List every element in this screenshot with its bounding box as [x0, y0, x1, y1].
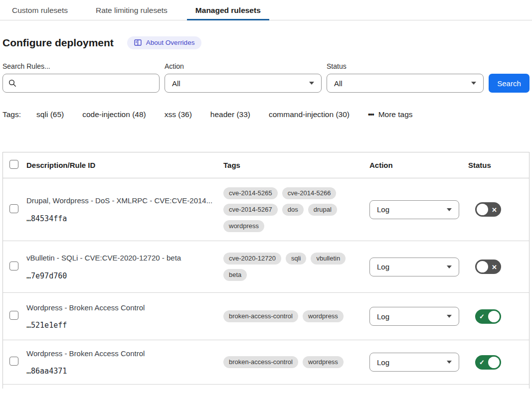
tag-filter[interactable]: code-injection (48) — [82, 110, 146, 119]
select-all-checkbox[interactable] — [9, 160, 18, 169]
chevron-down-icon — [471, 82, 476, 85]
rule-tag-pill: broken-access-control — [223, 310, 298, 322]
action-filter-field: Action All — [165, 62, 322, 93]
search-icon — [8, 79, 16, 87]
toggle-state-icon: ✓ — [479, 313, 485, 320]
tag-filter[interactable]: sqli (65) — [36, 110, 64, 119]
tag-filter[interactable]: xss (36) — [165, 110, 192, 119]
rule-tag-pill: cve-2014-5267 — [223, 204, 278, 216]
row-action-cell: Log — [369, 258, 468, 276]
column-header-description: Description/Rule ID — [26, 161, 223, 169]
ruleset-tab-bar: Custom rulesetsRate limiting rulesetsMan… — [0, 0, 532, 20]
rule-description: Drupal, Wordpress - DoS - XMLRPC - CVE:C… — [26, 196, 213, 206]
row-tags-cell: cve-2014-5265cve-2014-5266cve-2014-5267d… — [223, 187, 369, 232]
row-action-value: Log — [377, 263, 389, 271]
rule-tag-pill: drupal — [308, 204, 337, 216]
row-checkbox[interactable] — [9, 311, 18, 320]
row-action-select[interactable]: Log — [369, 258, 459, 276]
rules-table: Description/Rule ID Tags Action Status D… — [2, 152, 530, 389]
rule-tag-pill: wordpress — [223, 220, 264, 232]
row-status-cell: ✕ — [468, 202, 529, 217]
row-action-cell: Log — [369, 307, 468, 326]
row-checkbox-cell — [3, 311, 26, 322]
table-row: vBulletin - SQLi - CVE:CVE-2020-12720 - … — [3, 241, 529, 293]
toggle-state-icon: ✕ — [492, 206, 497, 213]
table-body: Drupal, Wordpress - DoS - XMLRPC - CVE:C… — [3, 178, 529, 385]
search-field: Search Rules... — [2, 62, 160, 93]
rule-id: …84534ffa — [26, 214, 213, 223]
row-tags-cell: broken-access-controlwordpress — [223, 356, 369, 368]
table-row: Drupal, Wordpress - DoS - XMLRPC - CVE:C… — [3, 178, 529, 241]
status-filter-field: Status All — [327, 62, 484, 93]
action-filter-label: Action — [165, 62, 322, 70]
row-description-cell: Drupal, Wordpress - DoS - XMLRPC - CVE:C… — [26, 196, 223, 223]
book-panel-icon — [134, 39, 142, 46]
rule-tag-pill: cve-2014-5265 — [223, 187, 278, 199]
tab-managed-rulesets[interactable]: Managed rulesets — [187, 1, 269, 20]
toggle-knob — [477, 261, 488, 272]
toggle-knob — [488, 357, 500, 368]
toggle-knob — [488, 311, 500, 322]
about-overrides-badge[interactable]: About Overrides — [127, 36, 202, 49]
chevron-down-icon — [447, 208, 452, 211]
rule-id: …7e97d760 — [26, 271, 213, 280]
rule-id: …86aa4371 — [26, 367, 213, 376]
rule-tag-pill: vbulletin — [311, 253, 346, 264]
rule-description: Wordpress - Broken Access Control — [26, 349, 213, 359]
chevron-down-icon — [447, 315, 452, 318]
action-filter-value: All — [172, 79, 180, 88]
tab-custom-rulesets[interactable]: Custom rulesets — [3, 1, 76, 20]
more-tags-button[interactable]: ••• More tags — [368, 110, 413, 119]
managed-rulesets-page: Configure deployment About Overrides Sea… — [0, 36, 532, 389]
status-filter-label: Status — [327, 62, 484, 70]
row-status-cell: ✕ — [468, 260, 529, 274]
rule-tag-pill: cve-2020-12720 — [223, 253, 281, 264]
search-input[interactable] — [20, 79, 154, 88]
rule-tag-pill: wordpress — [303, 356, 344, 368]
row-action-value: Log — [377, 358, 389, 367]
row-description-cell: Wordpress - Broken Access Control …521e1… — [26, 303, 223, 330]
row-tags-cell: cve-2020-12720sqlivbulletinbeta — [223, 253, 369, 281]
status-toggle[interactable]: ✕ — [475, 202, 501, 217]
page-title: Configure deployment — [2, 37, 114, 49]
tags-bar-label: Tags: — [2, 110, 21, 119]
tag-filter[interactable]: header (33) — [210, 110, 250, 119]
row-checkbox[interactable] — [9, 204, 18, 213]
tag-filter[interactable]: command-injection (30) — [269, 110, 350, 119]
rule-tag-pill: broken-access-control — [223, 356, 298, 368]
chevron-down-icon — [447, 265, 452, 268]
row-description-cell: vBulletin - SQLi - CVE:CVE-2020-12720 - … — [26, 253, 223, 280]
toggle-knob — [477, 204, 488, 215]
toggle-state-icon: ✓ — [479, 359, 485, 366]
status-filter-select[interactable]: All — [327, 74, 484, 93]
header-checkbox-cell — [3, 160, 26, 170]
status-filter-value: All — [334, 79, 343, 88]
status-toggle[interactable]: ✓ — [475, 309, 501, 324]
toggle-state-icon: ✕ — [492, 264, 497, 270]
row-checkbox-cell — [3, 357, 26, 368]
status-toggle[interactable]: ✓ — [475, 355, 501, 370]
rule-tag-pill: dos — [282, 204, 304, 216]
row-action-select[interactable]: Log — [369, 200, 459, 219]
row-action-select[interactable]: Log — [369, 353, 459, 372]
action-filter-select[interactable]: All — [165, 74, 322, 93]
rule-tag-list: broken-access-controlwordpress — [223, 310, 348, 322]
search-label: Search Rules... — [2, 62, 160, 70]
row-checkbox[interactable] — [9, 262, 18, 270]
table-header-row: Description/Rule ID Tags Action Status — [3, 152, 529, 178]
status-toggle[interactable]: ✕ — [475, 260, 501, 274]
table-row: Wordpress - Broken Access Control …86aa4… — [3, 340, 529, 385]
chevron-down-icon — [309, 82, 314, 85]
row-checkbox[interactable] — [9, 357, 18, 366]
search-button[interactable]: Search — [489, 74, 530, 93]
row-checkbox-cell — [3, 262, 26, 272]
tag-filter-list: sqli (65)code-injection (48)xss (36)head… — [36, 110, 368, 119]
row-tags-cell: broken-access-controlwordpress — [223, 310, 369, 322]
rule-tag-list: cve-2014-5265cve-2014-5266cve-2014-5267d… — [223, 187, 348, 232]
row-action-select[interactable]: Log — [369, 307, 459, 326]
filters-row: Search Rules... Action All Status All — [2, 62, 530, 93]
rule-tag-pill: cve-2014-5266 — [282, 187, 337, 199]
tab-rate-limiting-rulesets[interactable]: Rate limiting rulesets — [87, 1, 176, 20]
tags-bar: Tags: sqli (65)code-injection (48)xss (3… — [2, 110, 530, 119]
search-input-box[interactable] — [2, 74, 160, 93]
